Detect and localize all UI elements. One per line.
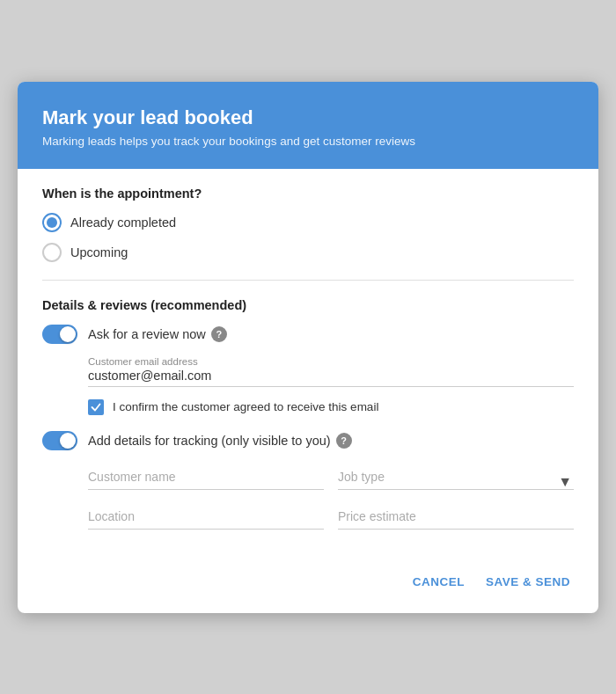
- dialog: Mark your lead booked Marking leads help…: [18, 82, 598, 613]
- dialog-footer: CANCEL SAVE & SEND: [18, 558, 598, 613]
- save-send-button[interactable]: SAVE & SEND: [482, 568, 574, 595]
- dialog-body: When is the appointment? Already complet…: [18, 169, 598, 544]
- radio-already-completed[interactable]: Already completed: [42, 213, 574, 232]
- details-section: Details & reviews (recommended) Ask for …: [42, 298, 574, 544]
- email-field-value: customer@email.com: [88, 369, 574, 387]
- review-toggle[interactable]: [42, 325, 77, 344]
- job-type-input[interactable]: [338, 464, 574, 490]
- dialog-header: Mark your lead booked Marking leads help…: [18, 82, 598, 169]
- price-estimate-input[interactable]: [338, 504, 574, 530]
- checkmark-icon: [91, 402, 101, 413]
- email-field-label: Customer email address: [88, 356, 574, 367]
- review-help-icon: ?: [211, 326, 227, 342]
- customer-name-input[interactable]: [88, 464, 324, 490]
- radio-circle-already-completed: [42, 213, 62, 232]
- review-toggle-label: Ask for a review now ?: [88, 326, 227, 342]
- radio-upcoming[interactable]: Upcoming: [42, 243, 574, 262]
- customer-name-wrapper: [88, 464, 324, 504]
- dialog-subtitle: Marking leads helps you track your booki…: [42, 135, 574, 148]
- tracking-help-icon: ?: [336, 433, 352, 449]
- review-toggle-row: Ask for a review now ?: [42, 325, 574, 344]
- radio-label-already-completed: Already completed: [70, 216, 176, 230]
- appointment-radio-group: Already completed Upcoming: [42, 213, 574, 262]
- tracking-toggle[interactable]: [42, 431, 77, 450]
- price-estimate-wrapper: [338, 504, 574, 544]
- tracking-inputs: ▼: [88, 464, 574, 544]
- tracking-toggle-label: Add details for tracking (only visible t…: [88, 433, 352, 449]
- cancel-button[interactable]: CANCEL: [409, 568, 468, 595]
- dialog-title: Mark your lead booked: [42, 106, 574, 129]
- confirm-checkbox-row[interactable]: I confirm the customer agreed to receive…: [88, 399, 574, 415]
- location-input[interactable]: [88, 504, 324, 530]
- confirm-checkbox-label: I confirm the customer agreed to receive…: [113, 400, 378, 413]
- confirm-checkbox[interactable]: [88, 399, 104, 415]
- email-field-group: Customer email address customer@email.co…: [88, 356, 574, 387]
- radio-label-upcoming: Upcoming: [70, 245, 128, 259]
- tracking-toggle-row: Add details for tracking (only visible t…: [42, 431, 574, 450]
- radio-circle-upcoming: [42, 243, 62, 262]
- job-type-wrapper: ▼: [338, 464, 574, 504]
- details-section-title: Details & reviews (recommended): [42, 298, 574, 312]
- appointment-section-title: When is the appointment?: [42, 186, 574, 201]
- location-wrapper: [88, 504, 324, 544]
- divider-1: [42, 280, 574, 281]
